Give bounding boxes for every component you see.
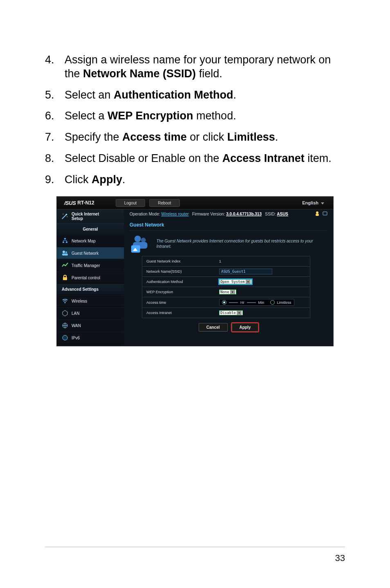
section-title: Guest Network bbox=[130, 222, 327, 231]
svg-line-0 bbox=[62, 215, 67, 219]
sidebar-item-ipv6[interactable]: IPv6 bbox=[57, 332, 124, 344]
apply-button[interactable]: Apply bbox=[232, 323, 259, 332]
guest-network-large-icon bbox=[130, 235, 151, 253]
svg-point-14 bbox=[316, 211, 318, 214]
row-access-time: Access time Hr Min Limitless bbox=[142, 297, 310, 307]
language-select[interactable]: English bbox=[302, 200, 324, 205]
svg-point-1 bbox=[66, 214, 67, 215]
svg-rect-5 bbox=[63, 242, 64, 243]
access-intranet-select[interactable]: Disable▾ bbox=[219, 310, 243, 315]
sidebar-item-label: Parental control bbox=[72, 276, 100, 280]
step-number: 9. bbox=[45, 173, 65, 187]
svg-rect-6 bbox=[66, 242, 67, 243]
sidebar-item-network-map[interactable]: Network Map bbox=[57, 235, 124, 247]
value-guest-index: 1 bbox=[216, 258, 310, 265]
sidebar-item-label: Quick Internet Setup bbox=[72, 212, 99, 221]
svg-point-17 bbox=[134, 236, 141, 242]
label-access-intranet: Access Intranet bbox=[142, 309, 216, 316]
sidebar-item-guest-network[interactable]: Guest Network bbox=[57, 247, 124, 259]
svg-rect-15 bbox=[316, 214, 319, 216]
wep-encryption-select[interactable]: None▾ bbox=[219, 290, 236, 294]
sidebar-item-label: IPv6 bbox=[72, 336, 80, 340]
sidebar: Quick Internet Setup General Network Map… bbox=[57, 209, 124, 346]
limitless-label: Limitless bbox=[277, 301, 291, 305]
row-access-intranet: Access Intranet Disable▾ bbox=[142, 307, 310, 318]
row-ssid: Network Name(SSID) ASUS_Guest1 bbox=[142, 266, 310, 276]
brand-logo: /SUS bbox=[64, 200, 76, 206]
svg-point-7 bbox=[63, 251, 65, 253]
operation-mode-link[interactable]: Wireless router bbox=[161, 212, 188, 216]
sidebar-item-label: WAN bbox=[72, 323, 81, 328]
step-5: 5. Select an Authentication Method. bbox=[45, 88, 345, 102]
svg-point-13 bbox=[63, 335, 67, 340]
globe-icon bbox=[62, 322, 68, 329]
ssid-input[interactable]: ASUS_Guest1 bbox=[219, 269, 272, 274]
sidebar-item-parental-control[interactable]: Parental control bbox=[57, 272, 124, 284]
step-number: 5. bbox=[45, 88, 65, 102]
svg-point-11 bbox=[65, 302, 66, 303]
radio-time-limit[interactable] bbox=[222, 300, 226, 305]
firmware-link[interactable]: 3.0.0.4.67713b.313 bbox=[226, 212, 262, 216]
sidebar-item-label: Traffic Manager bbox=[72, 263, 100, 268]
label-guest-index: Guest Network index bbox=[142, 258, 216, 265]
hours-label: Hr bbox=[240, 301, 244, 305]
step-number: 7. bbox=[45, 130, 65, 144]
step-number: 6. bbox=[45, 109, 65, 123]
sidebar-item-wan[interactable]: WAN bbox=[57, 319, 124, 332]
svg-point-8 bbox=[65, 251, 67, 254]
step-number: 4. bbox=[45, 53, 65, 81]
sidebar-item-wireless[interactable]: Wireless bbox=[57, 295, 124, 307]
sidebar-item-traffic-manager[interactable]: Traffic Manager bbox=[57, 259, 124, 272]
user-icon[interactable] bbox=[316, 211, 327, 217]
hours-input[interactable] bbox=[229, 302, 238, 303]
step-text: Click Apply. bbox=[65, 173, 345, 187]
button-row: Cancel Apply bbox=[130, 323, 327, 332]
guest-network-icon bbox=[62, 250, 68, 256]
auth-method-select[interactable]: Open System▾ bbox=[219, 279, 252, 284]
minutes-input[interactable] bbox=[247, 302, 256, 303]
svg-rect-16 bbox=[323, 212, 327, 215]
minutes-label: Min bbox=[258, 301, 264, 305]
row-guest-index: Guest Network index 1 bbox=[142, 256, 310, 266]
sidebar-item-label: Guest Network bbox=[72, 251, 99, 256]
sidebar-item-qis[interactable]: Quick Internet Setup bbox=[57, 209, 124, 224]
access-time-controls: Hr Min Limitless bbox=[219, 299, 294, 306]
radio-limitless[interactable] bbox=[270, 300, 275, 305]
chevron-down-icon: ▾ bbox=[237, 311, 242, 315]
svg-point-18 bbox=[141, 238, 146, 242]
svg-rect-10 bbox=[63, 277, 67, 280]
operation-line: Operation Mode: Wireless router Firmware… bbox=[130, 212, 327, 216]
sidebar-section-advanced: Advanced Settings bbox=[57, 284, 124, 295]
step-9: 9. Click Apply. bbox=[45, 173, 345, 187]
main-panel: Operation Mode: Wireless router Firmware… bbox=[124, 209, 333, 346]
cancel-button[interactable]: Cancel bbox=[199, 323, 228, 332]
row-auth: Authentication Method Open System▾ bbox=[142, 276, 310, 287]
sidebar-section-general: General bbox=[57, 224, 124, 235]
ssid-link[interactable]: ASUS bbox=[277, 212, 288, 216]
sidebar-item-label: Network Map bbox=[72, 239, 96, 243]
svg-point-3 bbox=[67, 216, 67, 217]
svg-rect-9 bbox=[62, 254, 68, 256]
sidebar-item-label: Wireless bbox=[72, 299, 87, 303]
router-screenshot: /SUS RT-N12 Logout Reboot English Quick … bbox=[56, 196, 334, 346]
sidebar-item-lan[interactable]: LAN bbox=[57, 307, 124, 319]
settings-table: Guest Network index 1 Network Name(SSID)… bbox=[142, 256, 310, 318]
intro-text: The Guest Network provides Internet conn… bbox=[157, 238, 327, 249]
step-text: Select a WEP Encryption method. bbox=[65, 109, 345, 123]
chevron-down-icon bbox=[321, 202, 324, 204]
label-wep: WEP Encryption bbox=[142, 288, 216, 296]
label-ssid: Network Name(SSID) bbox=[142, 268, 216, 275]
lan-icon bbox=[62, 310, 68, 316]
wireless-icon bbox=[62, 298, 68, 304]
logout-button[interactable]: Logout bbox=[116, 199, 146, 207]
step-text: Specify the Access time or click Limitle… bbox=[65, 130, 345, 144]
chevron-down-icon: ▾ bbox=[246, 280, 251, 284]
svg-rect-4 bbox=[64, 238, 66, 239]
reboot-button[interactable]: Reboot bbox=[149, 199, 179, 207]
lock-icon bbox=[62, 274, 68, 281]
label-access-time: Access time bbox=[142, 299, 216, 306]
page-number: 33 bbox=[335, 553, 345, 563]
network-map-icon bbox=[62, 238, 68, 244]
step-number: 8. bbox=[45, 152, 65, 166]
step-7: 7. Specify the Access time or click Limi… bbox=[45, 130, 345, 144]
